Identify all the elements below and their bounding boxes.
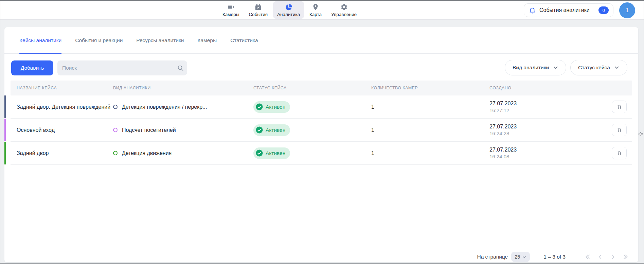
row-actions <box>608 101 632 113</box>
first-page-button[interactable] <box>583 253 591 261</box>
status-label: Активен <box>266 104 285 110</box>
created-time: 16:24:28 <box>489 130 608 137</box>
analytics-events-button[interactable]: События аналитики 0 <box>524 3 613 17</box>
analytics-type-label: Подсчет посетителей <box>122 127 176 133</box>
analytics-type-label: Детекция движения <box>122 150 172 156</box>
add-button[interactable]: Добавить <box>11 60 53 75</box>
notification-count-badge: 0 <box>598 6 609 14</box>
content-panel: Кейсы аналитикиСобытия и реакцииРесурсы … <box>4 27 638 262</box>
created-date: 27.07.2023 <box>489 123 608 130</box>
filter-dropdown-2[interactable]: Статус кейса <box>570 60 627 75</box>
calendar-icon <box>254 3 262 11</box>
column-header: Создано <box>489 86 608 90</box>
search-field <box>57 60 187 75</box>
table-row[interactable]: Основной входПодсчет посетителейАктивен1… <box>11 119 632 142</box>
case-name: Основной вход <box>17 127 113 133</box>
bell-icon <box>529 6 536 14</box>
search-input[interactable] <box>57 60 174 75</box>
map-pin-icon <box>311 3 320 11</box>
trash-icon <box>616 127 622 133</box>
page-range: 1 – 3 of 3 <box>543 254 566 260</box>
tab-4[interactable]: Камеры <box>197 27 217 53</box>
filter-label: Вид аналитики <box>513 65 549 71</box>
table-row[interactable]: Задний двор. Детекция поврежденийДетекци… <box>11 95 632 119</box>
trash-icon <box>616 104 622 110</box>
analytics-type-icon <box>113 105 118 109</box>
status-label: Активен <box>266 127 285 133</box>
tab-3[interactable]: Ресурсы аналитики <box>136 27 184 53</box>
check-circle-icon <box>256 149 263 157</box>
gear-icon <box>340 3 348 11</box>
chevron-left-icon <box>597 253 604 260</box>
analytics-type-icon <box>113 151 118 155</box>
camera-count: 1 <box>371 127 489 133</box>
analytics-type-label: Детекция повреждения / перекр... <box>122 104 207 110</box>
created-time: 16:24:08 <box>489 153 608 160</box>
row-actions <box>608 147 632 159</box>
check-circle-icon <box>256 126 263 134</box>
table-header-row: Название кейсаВид аналитикиСтатус кейсаК… <box>11 81 632 95</box>
status-badge: Активен <box>253 124 290 136</box>
toolbar: Добавить Вид аналитикиСтатус кейса <box>4 60 638 75</box>
chevron-down-icon <box>522 255 526 259</box>
filter-label: Статус кейса <box>578 65 610 71</box>
case-name: Задний двор <box>17 150 113 156</box>
pie-chart-icon <box>285 3 293 11</box>
camera-icon <box>227 3 235 11</box>
tab-5[interactable]: Статистика <box>230 27 258 53</box>
case-status-cell: Активен <box>253 147 371 159</box>
created-date: 27.07.2023 <box>489 100 608 107</box>
nav-item-управление[interactable]: Управление <box>327 1 361 19</box>
case-status-cell: Активен <box>253 101 371 113</box>
cases-table: Название кейсаВид аналитикиСтатус кейсаК… <box>11 81 632 165</box>
filter-dropdown-1[interactable]: Вид аналитики <box>505 60 566 75</box>
status-label: Активен <box>266 150 285 156</box>
next-page-button[interactable] <box>609 253 617 261</box>
last-page-button[interactable] <box>622 253 630 261</box>
case-name: Задний двор. Детекция повреждений <box>17 104 113 110</box>
case-status-cell: Активен <box>253 124 371 136</box>
chevron-right-icon <box>610 253 616 260</box>
delete-button[interactable] <box>612 147 627 159</box>
status-badge: Активен <box>253 147 290 159</box>
delete-button[interactable] <box>612 101 627 113</box>
mouse-cursor <box>638 131 644 137</box>
chevron-down-icon <box>614 65 620 70</box>
nav-item-карта[interactable]: Карта <box>305 1 326 19</box>
chevron-down-icon <box>553 65 558 70</box>
check-circle-icon <box>256 103 263 110</box>
nav-item-аналитика[interactable]: Аналитика <box>273 1 304 19</box>
row-accent-bar <box>4 119 6 141</box>
delete-button[interactable] <box>612 124 627 136</box>
analytics-events-label: События аналитики <box>539 7 590 13</box>
tab-bar: Кейсы аналитикиСобытия и реакцииРесурсы … <box>4 27 638 54</box>
table-row[interactable]: Задний дворДетекция движенияАктивен127.0… <box>11 142 632 165</box>
column-header: Количество камер <box>371 86 489 90</box>
nav-item-label: Камеры <box>222 12 239 17</box>
tab-1[interactable]: Кейсы аналитики <box>19 27 61 53</box>
per-page-value: 25 <box>515 254 520 260</box>
per-page-label: На странице <box>477 254 508 260</box>
first-page-icon <box>584 253 591 260</box>
column-header: Вид аналитики <box>113 86 253 90</box>
pagination-footer: На странице 25 1 – 3 of 3 <box>477 251 630 263</box>
filter-group: Вид аналитикиСтатус кейса <box>505 60 627 75</box>
nav-item-label: Управление <box>331 12 357 17</box>
per-page-select[interactable]: 25 <box>511 252 530 262</box>
created-cell: 27.07.202316:27:12 <box>489 100 608 114</box>
row-accent-bar <box>4 142 6 164</box>
nav-item-label: События <box>249 12 268 17</box>
created-time: 16:27:12 <box>489 107 608 114</box>
nav-item-камеры[interactable]: Камеры <box>218 1 243 19</box>
created-cell: 27.07.202316:24:08 <box>489 146 608 160</box>
analytics-type: Подсчет посетителей <box>113 127 253 133</box>
tab-2[interactable]: События и реакции <box>75 27 123 53</box>
avatar[interactable]: 1 <box>619 2 635 18</box>
last-page-icon <box>623 253 629 260</box>
status-badge: Активен <box>253 101 290 113</box>
prev-page-button[interactable] <box>596 253 604 261</box>
camera-count: 1 <box>371 104 489 110</box>
created-cell: 27.07.202316:24:28 <box>489 123 608 137</box>
top-bar: КамерыСобытияАналитикаКартаУправление Со… <box>0 1 644 20</box>
nav-item-события[interactable]: События <box>245 1 272 19</box>
